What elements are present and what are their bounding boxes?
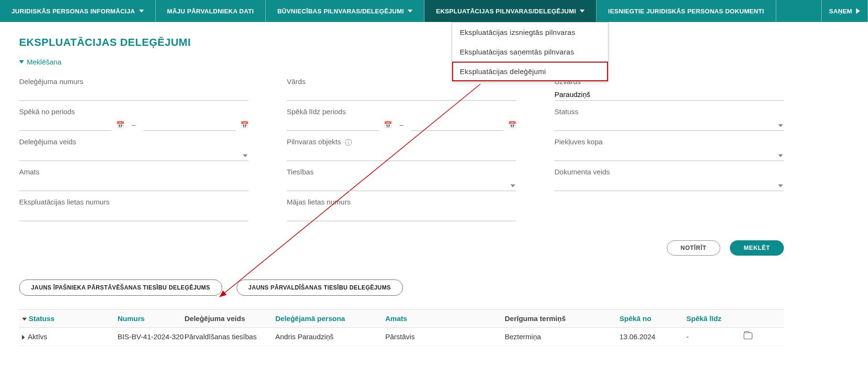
select-piekluves-kopa[interactable] [554,149,784,161]
select-dokumenta-veids[interactable] [554,179,784,191]
chevron-down-icon [139,10,144,12]
new-owner-delegation-button[interactable]: Jauns īpašnieka pārstāvēšanas tiesību de… [19,280,222,296]
label-piekluves-kopa: Piekļuves kopa [554,138,784,146]
label-speka-no: Spēkā no periods [19,108,249,116]
nav-label: Māju pārvaldnieka dati [167,8,254,15]
menu-item-sanemtas[interactable]: Ekspluatācijas saņemtās pilnvaras [452,42,608,62]
nav-label: Ekspluatācijas pilnvaras/deleģējumi [436,8,576,15]
chevron-down-icon [408,10,412,12]
label-speka-lidz: Spēkā līdz periods [287,108,516,116]
cell-speka-no: 13.06.2024 [619,333,686,341]
input-majas-lieta[interactable] [287,209,516,221]
cell-number: BIS-BV-41-2024-320 [118,333,184,341]
label-delegejuma-veids: Deleģējuma veids [19,138,249,146]
label-amats: Amats [19,168,249,176]
th-persona[interactable]: Deleģējamā persona [275,314,385,322]
expand-icon[interactable] [22,335,25,340]
dropdown-menu-ekspluatacijas: Ekspluatācijas izsniegtās pilnvaras Eksp… [452,22,608,82]
chevron-down-icon [778,184,783,187]
select-tiesibas[interactable] [287,179,516,191]
th-amats[interactable]: Amats [385,314,505,322]
page-title: Ekspluatācijas deleģējumi [19,36,849,49]
results-table: Statuss Numurs Deleģējuma veids Deleģēja… [19,309,784,346]
chevron-down-icon [580,10,585,12]
cell-veids: Pārvaldīšanas tiesības [184,333,275,341]
sort-desc-icon [22,318,27,321]
search-section-toggle[interactable]: Meklēšana [19,58,62,66]
input-speka-lidz-to[interactable] [411,118,503,131]
nav-item-more[interactable]: Saņem [821,0,868,22]
folder-icon[interactable] [744,333,752,339]
new-management-delegation-button[interactable]: Jauns pārvaldīšanas tiesību deleģējums [237,280,403,296]
nav-item-buvniecibas[interactable]: Būvniecības pilnvaras/deleģējumi [266,0,424,22]
label-statuss: Statuss [554,108,784,116]
calendar-icon[interactable]: 📅 [116,121,124,129]
select-delegejuma-veids[interactable] [19,149,249,161]
th-speka-lidz[interactable]: Spēkā līdz [686,314,744,322]
th-veids: Deleģējuma veids [184,314,275,322]
input-ekspl-lieta[interactable] [19,209,249,221]
info-icon[interactable]: i [345,139,352,146]
label-delegejuma-numurs: Deleģējuma numurs [19,77,249,86]
th-speka-no[interactable]: Spēkā no [619,314,686,322]
nav-label: Saņem [829,8,852,15]
nav-item-maju[interactable]: Māju pārvaldnieka dati [156,0,266,22]
cell-persona: Andris Paraudziņš [275,333,385,341]
th-numurs[interactable]: Numurs [118,314,184,322]
clear-button[interactable]: Notīrīt [667,240,720,256]
input-pilnvaras-objekts[interactable] [287,149,516,161]
nav-item-iesniegtie[interactable]: Iesniegtie juridiskās personas dokumenti [597,0,776,22]
search-button[interactable]: Meklēt [730,240,784,256]
page-content: Ekspluatācijas deleģējumi Meklēšana Dele… [0,22,868,365]
chevron-right-icon [856,8,860,14]
chevron-down-icon [510,184,515,187]
input-amats[interactable] [19,179,249,191]
range-dash: – [129,121,139,129]
table-row[interactable]: Aktīvs BIS-BV-41-2024-320 Pārvaldīšanas … [19,328,784,346]
select-statuss[interactable] [554,118,784,131]
chevron-down-icon [19,60,24,64]
cell-speka-lidz: - [686,333,744,341]
label-dokumenta-veids: Dokumenta veids [554,168,784,176]
range-dash: – [397,121,406,129]
calendar-icon[interactable]: 📅 [240,121,249,129]
chevron-down-icon [243,154,248,157]
input-uzvards[interactable] [554,88,784,101]
search-toggle-label: Meklēšana [27,58,62,66]
th-termins: Derīguma termiņš [505,314,619,322]
nav-label: Juridiskās personas informācija [11,8,135,15]
nav-label: Iesniegtie juridiskās personas dokumenti [608,8,764,15]
cell-status: Aktīvs [28,333,47,341]
search-form: Deleģējuma numurs Vārds Uzvārds Spēkā no… [19,77,784,221]
calendar-icon[interactable]: 📅 [384,121,392,129]
label-pilnvaras-objekts: Pilnvaras objekts i [287,138,516,146]
th-statuss[interactable]: Statuss [22,314,118,322]
nav-label: Būvniecības pilnvaras/deleģējumi [277,8,404,15]
input-vards[interactable] [287,88,516,101]
label-majas-lieta: Mājas lietas numurs [287,198,516,206]
input-delegejuma-numurs[interactable] [19,88,249,101]
cell-termins: Beztermiņa [505,333,619,341]
nav-item-juridiskas[interactable]: Juridiskās personas informācija [0,0,156,22]
label-tiesibas: Tiesības [287,168,516,176]
input-speka-no-to[interactable] [143,118,236,131]
cell-amats: Pārstāvis [385,333,505,341]
top-navigation: Juridiskās personas informācija Māju pār… [0,0,868,22]
menu-item-izsniegtas[interactable]: Ekspluatācijas izsniegtās pilnvaras [452,22,608,42]
menu-item-delegejumi[interactable]: Ekspluatācijas deleģējumi [452,62,608,81]
input-speka-no-from[interactable] [19,118,111,131]
input-speka-lidz-from[interactable] [287,118,379,131]
nav-item-ekspluatacijas[interactable]: Ekspluatācijas pilnvaras/deleģējumi [424,0,597,22]
calendar-icon[interactable]: 📅 [508,121,516,129]
table-header-row: Statuss Numurs Deleģējuma veids Deleģēja… [19,309,784,328]
label-ekspl-lieta: Ekspluatācijas lietas numurs [19,198,249,206]
chevron-down-icon [778,124,783,127]
chevron-down-icon [778,154,783,157]
